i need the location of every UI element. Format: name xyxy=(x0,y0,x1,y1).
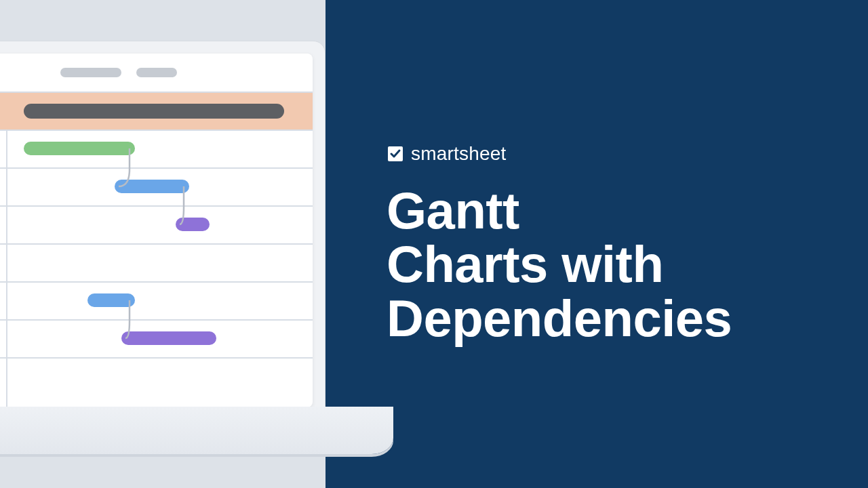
toolbar xyxy=(0,54,313,92)
title-panel: smartsheet Gantt Charts with Dependencie… xyxy=(326,0,868,488)
toolbar-placeholder xyxy=(136,68,177,77)
dependency-arrow xyxy=(180,186,184,224)
laptop-mock xyxy=(0,41,353,447)
page-title: Gantt Charts with Dependencies xyxy=(387,184,868,344)
brand-row: smartsheet xyxy=(387,143,868,165)
title-line-3: Dependencies xyxy=(387,289,732,347)
gantt-chart xyxy=(0,92,313,407)
screen-inner xyxy=(0,54,313,407)
title-line-2: Charts with xyxy=(387,235,663,293)
screen-frame xyxy=(0,41,326,420)
dependency-arrow xyxy=(119,148,130,186)
laptop-base xyxy=(0,407,393,454)
toolbar-placeholder xyxy=(60,68,121,77)
check-logo-icon xyxy=(387,145,404,163)
title-line-1: Gantt xyxy=(387,182,519,239)
dependency-connectors xyxy=(0,92,313,403)
dependency-arrow xyxy=(125,300,130,338)
brand-name: smartsheet xyxy=(411,143,507,165)
thumbnail-canvas: smartsheet Gantt Charts with Dependencie… xyxy=(0,0,868,488)
